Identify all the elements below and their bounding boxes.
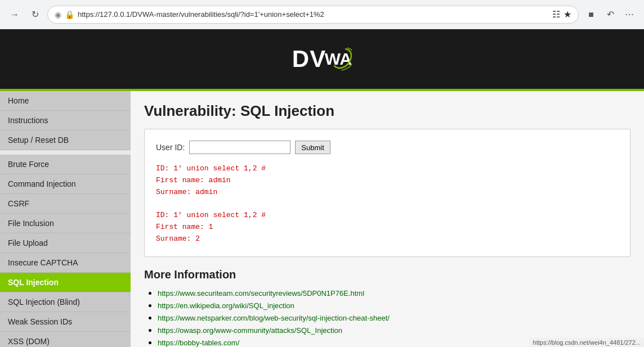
sidebar-item-command-injection[interactable]: Command Injection xyxy=(0,174,131,194)
user-id-label: User ID: xyxy=(156,143,185,152)
address-bar[interactable]: ◉ 🔒 https://127.0.0.1/DVWA-master/vulner… xyxy=(47,6,579,24)
lock-icon: 🔒 xyxy=(65,10,74,19)
shield-icon: ◉ xyxy=(55,10,61,19)
list-item: https://en.wikipedia.org/wiki/SQL_inject… xyxy=(158,300,630,310)
browser-actions: ■ ↶ ⋯ xyxy=(583,7,637,22)
sidebar-item-file-upload[interactable]: File Upload xyxy=(0,233,131,253)
user-id-row: User ID: Submit xyxy=(156,141,619,154)
page-wrapper: DV WA Home Instructions Setup / Reset DB… xyxy=(0,29,644,347)
sidebar-item-xss-dom[interactable]: XSS (DOM) xyxy=(0,332,131,347)
main-area: Home Instructions Setup / Reset DB Brute… xyxy=(0,91,644,347)
sidebar-item-weak-session-ids[interactable]: Weak Session IDs xyxy=(0,312,131,332)
star-icon[interactable]: ★ xyxy=(564,9,571,20)
status-bar: https://blog.csdn.net/wei4n_4481/272... xyxy=(530,338,644,347)
list-item: https://www.securiteam.com/securityrevie… xyxy=(158,288,630,298)
sidebar-item-setup-reset-db[interactable]: Setup / Reset DB xyxy=(0,130,131,150)
browser-chrome: → ↻ ◉ 🔒 https://127.0.0.1/DVWA-master/vu… xyxy=(0,0,644,29)
logo-text: DV xyxy=(292,46,326,73)
user-id-input[interactable] xyxy=(189,141,290,154)
sidebar-item-sql-injection-blind[interactable]: SQL Injection (Blind) xyxy=(0,292,131,312)
list-item: https://www.netsparker.com/blog/web-secu… xyxy=(158,313,630,323)
more-info-title: More Information xyxy=(144,268,630,281)
reload-button[interactable]: ↻ xyxy=(27,7,43,22)
sidebar-item-insecure-captcha[interactable]: Insecure CAPTCHA xyxy=(0,253,131,273)
extensions-icon[interactable]: ■ xyxy=(583,7,599,22)
vulnerability-box: User ID: Submit ID: 1' union select 1,2 … xyxy=(144,129,630,257)
link-securiteam[interactable]: https://www.securiteam.com/securityrevie… xyxy=(158,289,364,298)
page-title: Vulnerability: SQL Injection xyxy=(144,102,630,120)
url-text: https://127.0.0.1/DVWA-master/vulnerabil… xyxy=(78,10,549,19)
sidebar: Home Instructions Setup / Reset DB Brute… xyxy=(0,91,131,347)
sidebar-item-sql-injection[interactable]: SQL Injection xyxy=(0,273,131,292)
qr-icon: ☷ xyxy=(552,9,560,20)
sidebar-item-brute-force[interactable]: Brute Force xyxy=(0,155,131,174)
menu-icon[interactable]: ⋯ xyxy=(621,7,637,22)
submit-button[interactable]: Submit xyxy=(295,141,330,154)
sidebar-item-instructions[interactable]: Instructions xyxy=(0,111,131,130)
link-wikipedia[interactable]: https://en.wikipedia.org/wiki/SQL_inject… xyxy=(158,301,294,310)
sidebar-item-file-inclusion[interactable]: File Inclusion xyxy=(0,214,131,233)
site-header: DV WA xyxy=(0,29,644,91)
browser-back-icon[interactable]: ↶ xyxy=(602,7,618,22)
sidebar-divider xyxy=(0,150,131,155)
list-item: https://owasp.org/www-community/attacks/… xyxy=(158,325,630,335)
result-output: ID: 1' union select 1,2 # First name: ad… xyxy=(156,163,619,245)
link-netsparker[interactable]: https://www.netsparker.com/blog/web-secu… xyxy=(158,314,390,322)
link-owasp[interactable]: https://owasp.org/www-community/attacks/… xyxy=(158,326,342,335)
dvwa-logo: DV WA xyxy=(292,45,352,73)
sidebar-item-csrf[interactable]: CSRF xyxy=(0,194,131,214)
link-bobby-tables[interactable]: https://bobby-tables.com/ xyxy=(158,339,239,347)
sidebar-item-home[interactable]: Home xyxy=(0,91,131,111)
logo-swirl: WA xyxy=(324,45,352,73)
content-area: Vulnerability: SQL Injection User ID: Su… xyxy=(131,91,644,347)
back-button[interactable]: → xyxy=(7,7,23,22)
